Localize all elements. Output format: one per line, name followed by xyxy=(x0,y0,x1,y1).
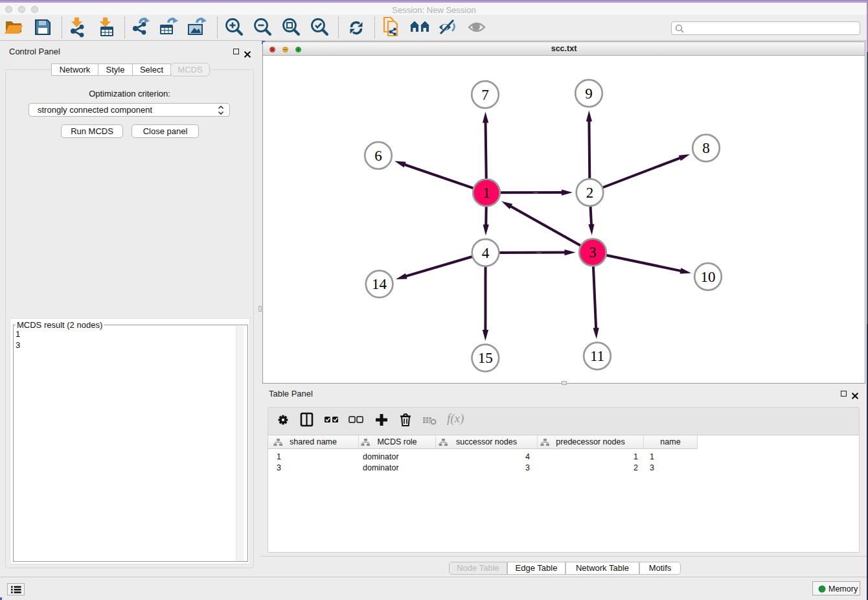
svg-text:11: 11 xyxy=(590,348,604,364)
svg-text:3: 3 xyxy=(589,244,597,260)
svg-text:9: 9 xyxy=(585,86,593,102)
svg-text:8: 8 xyxy=(702,140,710,156)
svg-text:1: 1 xyxy=(483,185,490,201)
svg-text:2: 2 xyxy=(586,185,594,201)
svg-text:15: 15 xyxy=(478,350,493,366)
svg-text:6: 6 xyxy=(374,148,382,164)
svg-text:14: 14 xyxy=(372,276,387,292)
svg-text:4: 4 xyxy=(482,245,490,261)
svg-text:7: 7 xyxy=(481,87,489,103)
svg-text:10: 10 xyxy=(701,269,716,285)
